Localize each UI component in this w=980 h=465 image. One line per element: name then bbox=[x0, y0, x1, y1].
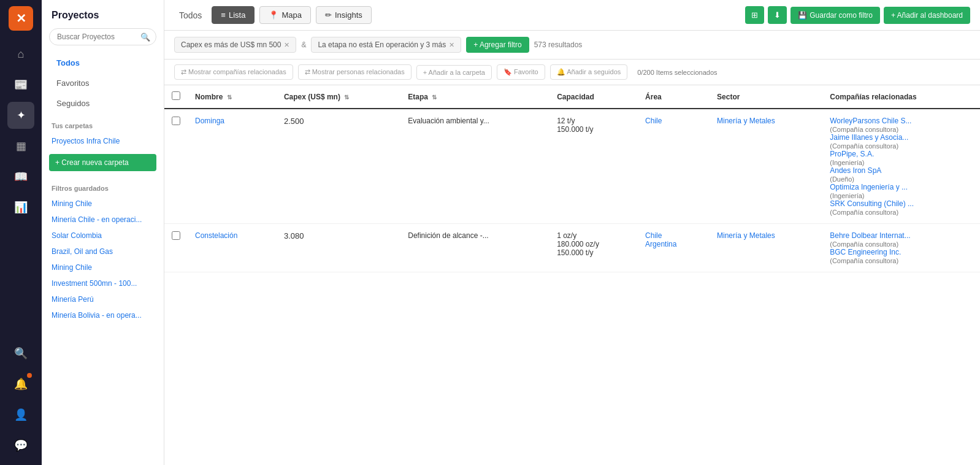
filter-connector: & bbox=[301, 40, 306, 49]
col-etapa: Etapa ⇅ bbox=[400, 85, 549, 109]
capacidad-value: 180.000 oz/y bbox=[557, 240, 630, 248]
area-link[interactable]: Argentina bbox=[645, 240, 702, 248]
favorite-button[interactable]: 🔖 Favorito bbox=[497, 64, 545, 80]
tab-lista[interactable]: ≡ Lista bbox=[212, 6, 255, 24]
row-checkbox-constelacion[interactable] bbox=[172, 231, 180, 240]
chat-icon-nav[interactable]: 💬 bbox=[7, 432, 34, 459]
cell-capacidad: 1 oz/y180.000 oz/y150.000 t/y bbox=[549, 224, 638, 272]
etapa-filter-tag[interactable]: La etapa no está En operación y 3 más ✕ bbox=[311, 37, 461, 53]
col-capacidad: Capacidad bbox=[549, 85, 638, 109]
company-link[interactable]: Behre Dolbear Internat... bbox=[830, 231, 910, 240]
nav-projects[interactable]: ✦ bbox=[7, 102, 34, 129]
nav-charts[interactable]: 📊 bbox=[7, 194, 34, 221]
table-row: Dominga2.500Evaluación ambiental y...12 … bbox=[164, 109, 980, 224]
bell-icon-nav[interactable]: 🔔 bbox=[7, 371, 34, 398]
project-link-constelacion[interactable]: Constelación bbox=[195, 231, 237, 240]
results-count: 573 resultados bbox=[534, 40, 583, 49]
etapa-filter-remove[interactable]: ✕ bbox=[449, 41, 454, 49]
tab-mapa[interactable]: 📍 Mapa bbox=[259, 6, 311, 24]
folders-section-title: Tus carpetas bbox=[42, 113, 164, 133]
company-role: (Ingeniería) bbox=[830, 192, 973, 199]
top-bar-left: Todos ≡ Lista 📍 Mapa ✏ Insights bbox=[174, 6, 740, 24]
show-companies-button[interactable]: ⇄ Mostrar compañías relacionadas bbox=[174, 64, 293, 80]
filter-mineria-bolivia[interactable]: Minería Bolivia - en opera... bbox=[42, 307, 164, 323]
row-checkbox-cell bbox=[164, 224, 188, 272]
create-folder-button[interactable]: + Crear nueva carpeta bbox=[49, 154, 156, 171]
cell-area: Chile bbox=[638, 109, 710, 224]
sidebar-item-todos[interactable]: Todos bbox=[47, 53, 159, 72]
follow-button[interactable]: 🔔 Añadir a seguidos bbox=[550, 64, 628, 80]
filter-brazil-oil[interactable]: Brazil, Oil and Gas bbox=[42, 244, 164, 259]
row-checkbox-dominga[interactable] bbox=[172, 117, 180, 125]
top-bar-actions: ⊞ ⬇ 💾 Guardar como filtro + Añadir al da… bbox=[745, 6, 970, 24]
folder-infra-chile[interactable]: Proyectos Infra Chile bbox=[42, 133, 164, 149]
cell-capex: 3.080 bbox=[277, 224, 400, 272]
company-link[interactable]: Optimiza Ingeniería y ... bbox=[830, 183, 908, 191]
add-folder-button[interactable]: + Añadir a la carpeta bbox=[416, 65, 492, 80]
col-nombre: Nombre ⇅ bbox=[188, 85, 277, 109]
select-all-checkbox[interactable] bbox=[172, 91, 180, 100]
capacidad-value: 150.000 t/y bbox=[557, 125, 630, 134]
cell-companies: WorleyParsons Chile S...(Compañía consul… bbox=[822, 109, 980, 224]
logo-icon: ✕ bbox=[16, 11, 26, 26]
row-checkbox-cell bbox=[164, 109, 188, 224]
company-link[interactable]: BGC Engineering Inc. bbox=[830, 248, 901, 256]
filter-mineria-chile[interactable]: Minería Chile - en operaci... bbox=[42, 212, 164, 228]
company-entry: SRK Consulting (Chile) ...(Compañía cons… bbox=[830, 199, 973, 216]
company-entry: Behre Dolbear Internat...(Compañía consu… bbox=[830, 231, 973, 248]
cell-nombre: Dominga bbox=[188, 109, 277, 224]
filter-investment[interactable]: Investment 500mn - 100... bbox=[42, 275, 164, 291]
filter-mining-chile-1[interactable]: Mining Chile bbox=[42, 196, 164, 212]
nav-analytics[interactable]: ▦ bbox=[7, 133, 34, 159]
area-link[interactable]: Chile bbox=[645, 117, 702, 125]
show-persons-button[interactable]: ⇄ Mostrar personas relacionadas bbox=[298, 64, 412, 80]
company-link[interactable]: Andes Iron SpA bbox=[830, 166, 881, 175]
company-entry: BGC Engineering Inc.(Compañía consultora… bbox=[830, 248, 973, 264]
etapa-sort-icon[interactable]: ⇅ bbox=[432, 94, 437, 101]
filter-mining-chile-2[interactable]: Mining Chile bbox=[42, 259, 164, 275]
capacidad-value: 150.000 t/y bbox=[557, 248, 630, 257]
table-row: Constelación3.080Definición de alcance -… bbox=[164, 224, 980, 272]
cell-etapa: Evaluación ambiental y... bbox=[400, 109, 549, 224]
company-entry: ProPipe, S.A.(Ingeniería) bbox=[830, 150, 973, 166]
cell-nombre: Constelación bbox=[188, 224, 277, 272]
capex-filter-tag[interactable]: Capex es más de US$ mn 500 ✕ bbox=[174, 37, 296, 53]
filter-mineria-peru[interactable]: Minería Perú bbox=[42, 291, 164, 307]
company-link[interactable]: ProPipe, S.A. bbox=[830, 150, 874, 158]
company-role: (Compañía consultora) bbox=[830, 126, 973, 133]
sector-link[interactable]: Minería y Metales bbox=[717, 117, 775, 125]
sidebar-title: Proyectos bbox=[42, 10, 164, 28]
sidebar-item-favoritos[interactable]: Favoritos bbox=[47, 74, 159, 93]
cell-capacidad: 12 t/y150.000 t/y bbox=[549, 109, 638, 224]
company-link[interactable]: WorleyParsons Chile S... bbox=[830, 117, 911, 125]
download-button[interactable]: ⬇ bbox=[768, 6, 787, 24]
col-companies: Compañías relacionadas bbox=[822, 85, 980, 109]
filter-solar-colombia[interactable]: Solar Colombia bbox=[42, 228, 164, 244]
company-role: (Dueño) bbox=[830, 175, 973, 183]
company-role: (Compañía consultora) bbox=[830, 142, 973, 150]
tab-insights[interactable]: ✏ Insights bbox=[316, 6, 372, 24]
add-dashboard-button[interactable]: + Añadir al dashboard bbox=[884, 7, 970, 24]
project-link-dominga[interactable]: Dominga bbox=[195, 117, 224, 125]
capex-sort-icon[interactable]: ⇅ bbox=[344, 94, 349, 101]
search-icon-nav[interactable]: 🔍 bbox=[7, 340, 34, 367]
projects-table-container: Nombre ⇅ Capex (US$ mn) ⇅ Etapa ⇅ Capaci… bbox=[164, 85, 980, 465]
sector-link[interactable]: Minería y Metales bbox=[717, 231, 775, 240]
add-filter-button[interactable]: + Agregar filtro bbox=[466, 37, 529, 53]
capex-filter-remove[interactable]: ✕ bbox=[284, 41, 289, 49]
area-link[interactable]: Chile bbox=[645, 231, 702, 240]
sidebar-item-seguidos[interactable]: Seguidos bbox=[47, 94, 159, 113]
nombre-sort-icon[interactable]: ⇅ bbox=[227, 94, 232, 101]
save-filter-button[interactable]: 💾 Guardar como filtro bbox=[791, 7, 880, 24]
nav-news[interactable]: 📰 bbox=[7, 71, 34, 98]
company-role: (Ingeniería) bbox=[830, 159, 973, 166]
nav-book[interactable]: 📖 bbox=[7, 163, 34, 190]
capex-value: 3.080 bbox=[284, 231, 304, 240]
company-role: (Compañía consultora) bbox=[830, 257, 973, 264]
company-link[interactable]: Jaime Illanes y Asocia... bbox=[830, 133, 908, 142]
company-link[interactable]: SRK Consulting (Chile) ... bbox=[830, 199, 914, 208]
top-bar: Todos ≡ Lista 📍 Mapa ✏ Insights ⊞ ⬇ 💾 Gu… bbox=[164, 0, 980, 31]
grid-view-button[interactable]: ⊞ bbox=[745, 6, 764, 24]
nav-home[interactable]: ⌂ bbox=[7, 40, 34, 67]
user-icon-nav[interactable]: 👤 bbox=[7, 401, 34, 428]
